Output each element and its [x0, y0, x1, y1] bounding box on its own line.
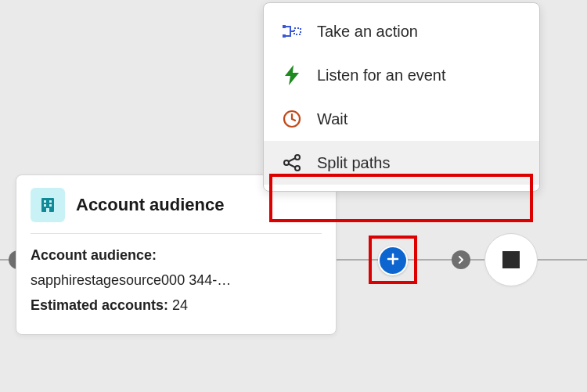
- menu-item-split-paths[interactable]: Split paths: [264, 141, 539, 185]
- end-node[interactable]: [484, 233, 538, 286]
- plus-icon: [387, 253, 399, 268]
- node-detail-value-row: sapphirestagesource000 344-…: [31, 270, 322, 292]
- node-title: Account audience: [76, 195, 224, 215]
- bolt-icon: [281, 64, 303, 86]
- svg-rect-2: [49, 200, 52, 203]
- add-node-button[interactable]: [378, 246, 408, 275]
- menu-item-label: Wait: [317, 110, 348, 128]
- stop-icon: [502, 251, 520, 268]
- svg-rect-5: [46, 208, 49, 212]
- svg-point-10: [284, 160, 289, 165]
- menu-item-listen-event[interactable]: Listen for an event: [264, 53, 539, 97]
- svg-point-11: [295, 155, 300, 160]
- node-card-account-audience[interactable]: Account audience Account audience: sapph…: [16, 174, 337, 335]
- next-chevron[interactable]: [452, 250, 470, 269]
- svg-rect-8: [294, 28, 301, 34]
- node-header: Account audience: [31, 188, 322, 234]
- svg-rect-6: [283, 25, 286, 28]
- svg-rect-1: [44, 200, 46, 203]
- svg-rect-7: [283, 34, 286, 38]
- menu-item-label: Listen for an event: [317, 67, 446, 85]
- action-icon: [281, 20, 303, 42]
- node-detail-label: Account audience:: [31, 247, 157, 263]
- node-detail-value: sapphirestagesource000 344-…: [31, 272, 231, 288]
- svg-rect-4: [49, 204, 52, 207]
- chevron-right-icon: [457, 253, 465, 267]
- menu-item-label: Take an action: [317, 23, 418, 41]
- node-est-label: Estimated accounts:: [31, 297, 168, 313]
- menu-item-take-action[interactable]: Take an action: [264, 9, 539, 53]
- clock-icon: [281, 108, 303, 130]
- add-node-menu: Take an action Listen for an event Wait …: [263, 2, 540, 192]
- menu-item-label: Split paths: [317, 154, 390, 172]
- node-detail-row: Account audience:: [31, 245, 322, 267]
- menu-item-wait[interactable]: Wait: [264, 97, 539, 141]
- node-est-row: Estimated accounts: 24: [31, 295, 322, 317]
- split-icon: [281, 152, 303, 174]
- svg-rect-3: [44, 204, 46, 207]
- building-icon: [31, 188, 65, 222]
- node-body: Account audience: sapphirestagesource000…: [31, 245, 322, 317]
- node-est-value: 24: [172, 297, 188, 313]
- svg-point-12: [295, 166, 300, 171]
